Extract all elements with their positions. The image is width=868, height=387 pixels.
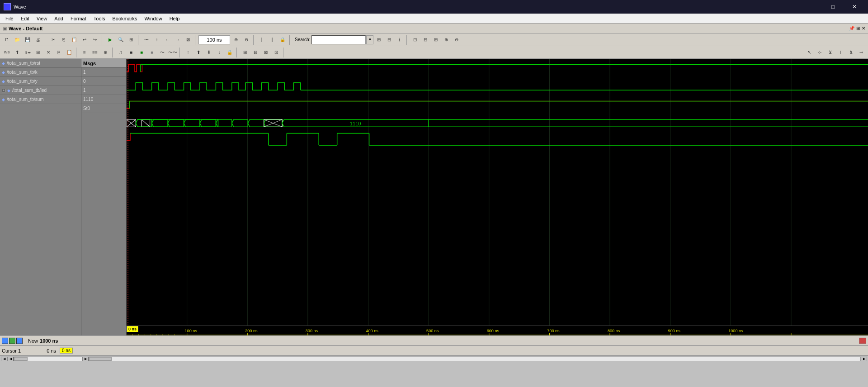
menu-format[interactable]: Format	[67, 15, 90, 22]
tb-zoom-sel-btn[interactable]: ⊟	[420, 35, 430, 45]
tb-wave-btn[interactable]: 〜	[142, 35, 151, 45]
tb-lock-btn[interactable]: 🔒	[278, 35, 288, 45]
search-dropdown-btn[interactable]: ▼	[366, 35, 373, 44]
pin-icon[interactable]: 📌	[849, 26, 854, 31]
tb2-group-btn[interactable]: ⊞	[33, 48, 43, 57]
tb-zoom-out2-btn[interactable]: ⊖	[452, 35, 462, 45]
expand-led-icon[interactable]: +	[2, 89, 5, 92]
tb2-time2-btn[interactable]: ⊻	[846, 48, 856, 57]
tb2-sig2-btn[interactable]: ≡≡	[90, 48, 100, 57]
tb-run-btn[interactable]: ▶	[105, 35, 115, 45]
search-label: Search:	[295, 37, 310, 42]
tb-zoom-in-btn[interactable]: ⊕	[231, 35, 241, 45]
tb2-snap-btn[interactable]: ⊡	[271, 48, 281, 57]
maximize-button[interactable]: □	[823, 0, 843, 14]
tb-open-btn[interactable]: 📁	[12, 35, 22, 45]
tb2-cursor-btn[interactable]: ↖	[804, 48, 814, 57]
tb-fit-btn[interactable]: ⊠	[183, 35, 193, 45]
tb2-wave2-btn[interactable]: 〜	[157, 48, 167, 57]
tb2-paste2-btn[interactable]: 📋	[64, 48, 74, 57]
menu-window[interactable]: Window	[141, 15, 166, 22]
tb2-zoom-sel2-btn[interactable]: ⊻	[825, 48, 835, 57]
tb-left-btn[interactable]: ←	[162, 35, 172, 45]
signal-item-rst[interactable]: ◆ /total_sum_tb/rst	[0, 59, 81, 68]
menu-tools[interactable]: Tools	[90, 15, 109, 22]
tb2-ins-btn[interactable]: INS	[2, 48, 12, 57]
tb2-clk-btn[interactable]: ⎍	[116, 48, 126, 57]
tb-new-btn[interactable]: 🗋	[2, 35, 12, 45]
menu-file[interactable]: File	[2, 15, 17, 22]
signal-item-sum[interactable]: ◆ /total_sum_tb/sum	[0, 95, 81, 104]
tb2-blk-btn[interactable]: ■	[126, 48, 136, 57]
tb-grid-btn[interactable]: ⊞	[126, 35, 136, 45]
menu-help[interactable]: Help	[166, 15, 184, 22]
value-sum: St0	[81, 104, 126, 113]
menu-view[interactable]: View	[33, 15, 51, 22]
tb2-wave3-btn[interactable]: 〜〜	[168, 48, 178, 57]
tb2-arrow-btn[interactable]: ↑	[183, 48, 193, 57]
app-icon	[4, 3, 11, 10]
tb-find-btn[interactable]: 🔍	[116, 35, 126, 45]
scroll-right-btn[interactable]: ▶	[861, 357, 867, 361]
scroll-left-btn[interactable]: ◀	[1, 357, 7, 361]
tb2-sel-btn[interactable]: ⊹	[815, 48, 825, 57]
wave-body[interactable]: 1110	[127, 59, 868, 325]
tb2-ruler-btn[interactable]: ⊸	[856, 48, 866, 57]
tb-copy-btn[interactable]: ⎘	[59, 35, 69, 45]
tb2-dn3-btn[interactable]: ↓	[214, 48, 224, 57]
menu-edit[interactable]: Edit	[17, 15, 33, 22]
tb2-sig3-btn[interactable]: ⊕	[100, 48, 110, 57]
tb2-time-btn[interactable]: ⊺	[835, 48, 845, 57]
tb2-grey-btn[interactable]: ■	[147, 48, 157, 57]
menu-add[interactable]: Add	[51, 15, 67, 22]
wave-scroll-track[interactable]	[89, 357, 861, 361]
tb2-del-btn[interactable]: ✕	[43, 48, 53, 57]
signal-name-sum: /total_sum_tb/sum	[7, 97, 44, 102]
search-clear-btn[interactable]: ⊟	[384, 35, 394, 45]
tb2-dn2-btn[interactable]: ⬇	[204, 48, 214, 57]
tb2-lock-btn[interactable]: 🔒	[225, 48, 235, 57]
signal-item-y[interactable]: ◆ /total_sum_tb/y	[0, 77, 81, 86]
tb-right-btn[interactable]: →	[173, 35, 183, 45]
svg-rect-0	[127, 59, 868, 325]
sig-scroll-right[interactable]: ▶	[82, 357, 89, 361]
tb-print-btn[interactable]: 🖨	[33, 35, 43, 45]
tb-zoom-in2-btn[interactable]: ⊕	[441, 35, 451, 45]
tb-paste-btn[interactable]: 📋	[69, 35, 79, 45]
tb-redo-btn[interactable]: ↪	[90, 35, 100, 45]
tb2-grn-btn[interactable]: ■	[137, 48, 146, 57]
sig-scroll-left[interactable]: ◀	[7, 357, 14, 361]
scrollbar-horizontal[interactable]: ◀ ◀ ▶ ▶	[0, 355, 868, 362]
tb-marker-btn[interactable]: |	[257, 35, 267, 45]
signal-item-k[interactable]: ◆ /total_sum_tb/k	[0, 68, 81, 77]
tb-save-btn[interactable]: 💾	[23, 35, 33, 45]
signal-item-led[interactable]: + ◆ /total_sum_tb/led	[0, 86, 81, 95]
tb-zoom-fit-btn[interactable]: ⊡	[410, 35, 420, 45]
tb2-sig-btn[interactable]: ≡	[80, 48, 90, 57]
tb-zoom-out-btn[interactable]: ⊖	[241, 35, 251, 45]
minimize-button[interactable]: ─	[802, 0, 822, 14]
time-display[interactable]: 100 ns	[198, 35, 230, 44]
wave-scroll-thumb[interactable]	[89, 357, 112, 361]
menu-bookmarks[interactable]: Bookmarks	[108, 15, 141, 22]
tb2-coll2-btn[interactable]: ⊠	[261, 48, 271, 57]
tb2-dn-btn[interactable]: ⬅⬆	[23, 48, 33, 57]
search-go-btn[interactable]: ⊞	[374, 35, 384, 45]
tb2-up2-btn[interactable]: ⬆	[193, 48, 203, 57]
close-sub-icon[interactable]: ✕	[862, 26, 865, 31]
search-input[interactable]	[311, 35, 366, 44]
tb-zoom-all-btn[interactable]: ⊞	[431, 35, 441, 45]
tb-undo-btn[interactable]: ↩	[80, 35, 90, 45]
expand-icon[interactable]: ⊞	[856, 26, 860, 31]
tb-marker2-btn[interactable]: ‖	[267, 35, 277, 45]
sig-scroll-thumb[interactable]	[14, 357, 28, 361]
tb2-up-btn[interactable]: ⬆	[12, 48, 22, 57]
tb2-copy2-btn[interactable]: ⎘	[54, 48, 64, 57]
tb-up-btn[interactable]: ↑	[152, 35, 162, 45]
search-prev-btn[interactable]: ⟨	[395, 35, 405, 45]
tb2-coll-btn[interactable]: ⊟	[250, 48, 260, 57]
tb2-expand-btn[interactable]: ⊞	[240, 48, 250, 57]
close-button[interactable]: ✕	[844, 0, 864, 14]
tb-cut-btn[interactable]: ✂	[48, 35, 58, 45]
sig-scroll-track[interactable]	[14, 357, 82, 361]
